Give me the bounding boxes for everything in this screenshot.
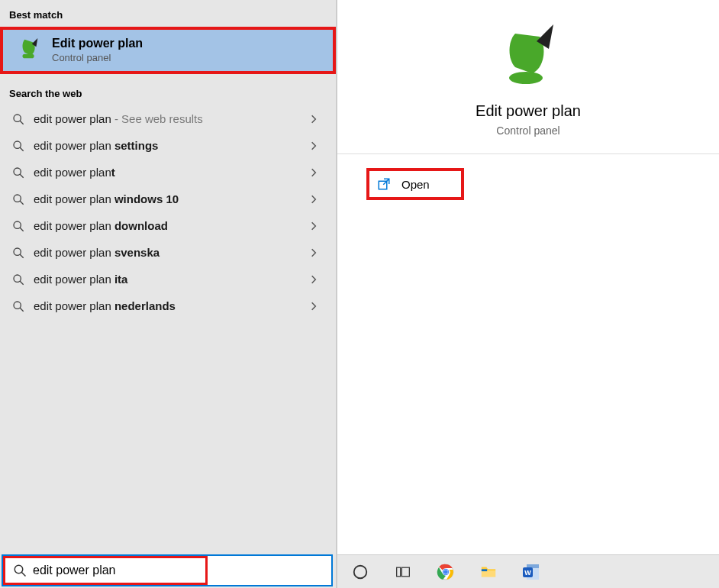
best-match-subtitle: Control panel: [52, 52, 143, 63]
open-icon: [377, 177, 391, 191]
search-icon: [12, 300, 24, 312]
svg-line-12: [20, 254, 24, 258]
search-icon: [12, 193, 24, 205]
chevron-right-icon: [308, 114, 319, 124]
web-suggestion[interactable]: edit power plan ita: [0, 266, 336, 292]
svg-point-1: [14, 115, 21, 121]
best-match-header: Best match: [0, 0, 336, 27]
search-icon: [12, 273, 24, 286]
result-detail-panel: Edit power plan Control panel Open: [337, 0, 719, 588]
svg-rect-28: [482, 570, 495, 577]
svg-point-19: [509, 72, 543, 84]
web-suggestion[interactable]: edit power plan nederlands: [0, 292, 336, 319]
svg-point-27: [443, 570, 448, 574]
best-match-title: Edit power plan: [52, 37, 143, 50]
search-icon: [13, 564, 27, 577]
taskbar: W: [337, 554, 719, 588]
svg-line-8: [20, 201, 24, 205]
svg-point-7: [14, 195, 21, 202]
chevron-right-icon: [308, 247, 319, 258]
svg-rect-22: [397, 567, 401, 577]
battery-icon: [494, 23, 563, 92]
chrome-icon[interactable]: [435, 561, 456, 583]
search-results-panel: Best match Edit power plan Control panel…: [0, 0, 336, 588]
web-suggestion[interactable]: edit power plan svenska: [0, 239, 336, 266]
chevron-right-icon: [308, 221, 319, 231]
detail-title: Edit power plan: [476, 102, 581, 120]
search-icon: [12, 140, 24, 152]
svg-point-9: [14, 221, 21, 228]
svg-point-3: [14, 141, 21, 148]
svg-rect-0: [23, 54, 34, 59]
svg-line-18: [21, 572, 25, 576]
detail-divider: [337, 153, 719, 154]
svg-point-11: [14, 248, 21, 255]
svg-point-17: [15, 565, 23, 573]
search-icon: [12, 113, 24, 125]
search-icon: [12, 220, 24, 232]
search-icon: [12, 166, 24, 179]
svg-point-13: [14, 275, 21, 282]
open-label: Open: [401, 178, 430, 191]
best-match-result[interactable]: Edit power plan Control panel: [0, 27, 336, 74]
detail-subtitle: Control panel: [496, 124, 559, 137]
web-suggestion[interactable]: edit power plant: [0, 159, 336, 186]
svg-text:W: W: [524, 569, 531, 577]
svg-line-16: [20, 308, 24, 312]
svg-point-15: [14, 302, 21, 309]
cortana-icon[interactable]: [350, 561, 371, 583]
chevron-right-icon: [308, 274, 319, 285]
chevron-right-icon: [308, 301, 319, 312]
chevron-right-icon: [308, 167, 319, 178]
web-suggestion[interactable]: edit power plan download: [0, 212, 336, 239]
web-suggestion[interactable]: edit power plan settings: [0, 132, 336, 159]
svg-line-10: [20, 228, 24, 231]
svg-line-2: [20, 121, 24, 124]
open-action[interactable]: Open: [366, 168, 464, 200]
start-search-bar: [2, 554, 333, 586]
search-input[interactable]: [33, 564, 201, 577]
chevron-right-icon: [308, 194, 319, 205]
search-icon: [12, 247, 24, 259]
chevron-right-icon: [308, 141, 319, 151]
svg-line-4: [20, 147, 24, 151]
web-suggestions-list: edit power plan - See web results edit p…: [0, 105, 336, 319]
task-view-icon[interactable]: [392, 561, 414, 583]
svg-point-21: [354, 565, 367, 578]
file-explorer-icon[interactable]: [478, 561, 499, 583]
svg-rect-23: [401, 567, 409, 577]
web-suggestion[interactable]: edit power plan windows 10: [0, 186, 336, 212]
svg-line-6: [20, 174, 24, 178]
svg-line-14: [20, 281, 24, 285]
svg-point-5: [14, 168, 21, 175]
word-icon[interactable]: W: [521, 561, 542, 583]
web-suggestion[interactable]: edit power plan - See web results: [0, 105, 336, 132]
battery-icon: [15, 36, 43, 63]
svg-rect-29: [482, 569, 487, 571]
search-web-header: Search the web: [0, 74, 336, 105]
